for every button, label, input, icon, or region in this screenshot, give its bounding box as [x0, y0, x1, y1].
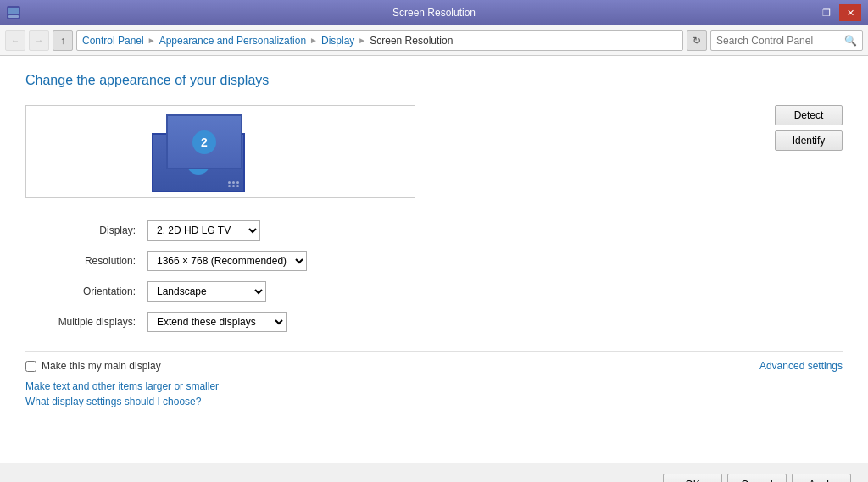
resolution-label: Resolution:: [25, 246, 144, 276]
restore-button[interactable]: ❐: [815, 4, 837, 21]
display-label: Display:: [25, 215, 144, 246]
close-button[interactable]: ✕: [839, 4, 861, 21]
content-area: Change the appearance of your displays 2…: [0, 56, 868, 463]
page-title: Change the appearance of your displays: [25, 73, 843, 88]
title-bar: Screen Resolution – ❐ ✕: [0, 0, 868, 25]
breadcrumb: Control Panel ► Appearance and Personali…: [76, 30, 683, 51]
search-input[interactable]: [716, 35, 844, 47]
nav-bar: ← → ↑ Control Panel ► Appearance and Per…: [0, 25, 868, 56]
cancel-button[interactable]: Cancel: [727, 474, 787, 482]
breadcrumb-current: Screen Resolution: [370, 35, 453, 47]
forward-button[interactable]: →: [29, 30, 49, 51]
back-button[interactable]: ←: [5, 30, 25, 51]
advanced-settings-link[interactable]: Advanced settings: [760, 360, 843, 372]
breadcrumb-appearance[interactable]: Appearance and Personalization: [159, 35, 306, 47]
search-icon: 🔍: [844, 35, 857, 47]
checkbox-row: Make this my main display Advanced setti…: [25, 360, 843, 372]
monitor-2[interactable]: 2: [166, 114, 242, 169]
display-row: Display: 1. Generic Monitor 2. 2D HD LG …: [25, 215, 843, 246]
breadcrumb-display[interactable]: Display: [321, 35, 354, 47]
orientation-row: Orientation: Landscape Portrait Landscap…: [25, 276, 843, 307]
app-icon: [7, 6, 20, 19]
bottom-bar: OK Cancel Apply: [0, 463, 868, 482]
resolution-row: Resolution: 1366 × 768 (Recommended) 128…: [25, 246, 843, 276]
detect-identify-section: Detect Identify: [775, 105, 843, 151]
display-preview-container: 2 1 Detect Identify: [25, 105, 843, 198]
main-display-checkbox-text: Make this my main display: [42, 360, 161, 372]
window-title: Screen Resolution: [392, 7, 476, 19]
svg-rect-0: [8, 8, 19, 14]
text-size-link[interactable]: Make text and other items larger or smal…: [25, 380, 843, 392]
display-canvas: 2 1: [25, 105, 415, 198]
multiple-displays-label: Multiple displays:: [25, 307, 144, 337]
detect-button[interactable]: Detect: [775, 105, 843, 125]
minimize-button[interactable]: –: [792, 4, 814, 21]
main-display-checkbox[interactable]: [25, 361, 36, 372]
identify-button[interactable]: Identify: [775, 130, 843, 151]
multiple-displays-row: Multiple displays: Duplicate these displ…: [25, 307, 843, 337]
orientation-select[interactable]: Landscape Portrait Landscape (flipped) P…: [147, 281, 266, 302]
apply-button[interactable]: Apply: [792, 474, 851, 482]
settings-form: Display: 1. Generic Monitor 2. 2D HD LG …: [25, 215, 843, 337]
up-button[interactable]: ↑: [53, 30, 73, 51]
display-settings-help-link[interactable]: What display settings should I choose?: [25, 396, 843, 407]
svg-rect-1: [8, 15, 19, 18]
display-select[interactable]: 1. Generic Monitor 2. 2D HD LG TV: [147, 220, 260, 241]
monitor-dots: [228, 181, 240, 187]
resolution-select[interactable]: 1366 × 768 (Recommended) 1280 × 720 1024…: [147, 251, 307, 271]
divider: [25, 351, 843, 352]
ok-button[interactable]: OK: [663, 474, 722, 482]
main-display-checkbox-label[interactable]: Make this my main display: [25, 360, 161, 372]
monitor-2-number: 2: [192, 130, 216, 154]
orientation-label: Orientation:: [25, 276, 144, 307]
multiple-displays-select[interactable]: Duplicate these displays Extend these di…: [147, 312, 287, 332]
breadcrumb-control-panel[interactable]: Control Panel: [82, 35, 144, 47]
window-controls: – ❐ ✕: [792, 4, 861, 21]
refresh-button[interactable]: ↻: [687, 30, 707, 51]
search-bar: 🔍: [710, 30, 863, 51]
